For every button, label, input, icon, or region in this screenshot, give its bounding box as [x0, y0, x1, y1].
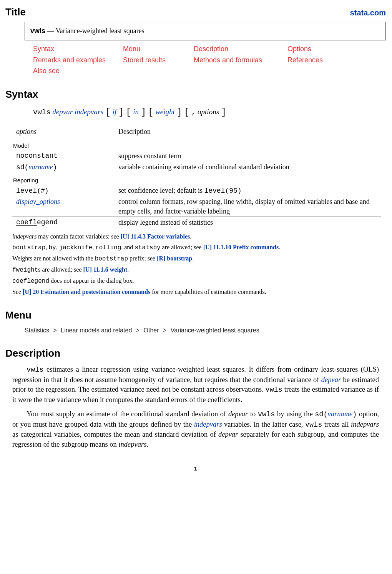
bracket-open-2: [	[126, 107, 131, 117]
note1-text-b: .	[190, 233, 191, 240]
title-box-command: vwls	[30, 27, 45, 35]
syntax-indepvars-link[interactable]: indepvars	[75, 108, 103, 116]
note2-by: by	[48, 244, 56, 251]
syntax-notes: indepvars may contain factor variables; …	[12, 232, 386, 296]
option-row-level: level(#) set confidence level; default i…	[12, 185, 381, 196]
desc-p1-depvar-link[interactable]: depvar	[321, 376, 341, 384]
desc-p2-depvar2: depvar	[218, 430, 238, 438]
note3-bootstrap: bootstrap	[95, 255, 128, 262]
desc-p2-indepvars-link[interactable]: indepvars	[194, 420, 222, 428]
syntax-line: vwls depvar indepvars [ if ] [ in ] [ we…	[33, 106, 386, 118]
desc-p2-indepvars3: indepvars	[118, 441, 146, 448]
options-col-option: options	[12, 125, 115, 138]
toc-link-description[interactable]: Description	[194, 44, 286, 53]
bracket-close-2: ]	[141, 107, 146, 117]
option-coeflegend-rest: egend	[37, 219, 58, 226]
option-noconstant-desc: suppress constant term	[115, 150, 381, 161]
note1-indepvars: indepvars	[12, 233, 37, 240]
option-noconstant-underlined: nocon	[16, 152, 37, 160]
note4-fweight: fweight	[12, 267, 38, 274]
option-coeflegend-underlined: coefl	[16, 219, 37, 226]
toc-link-remarks[interactable]: Remarks and examples	[33, 55, 121, 65]
syntax-depvar-link[interactable]: depvar	[52, 108, 73, 116]
note4-b: s are allowed; see	[38, 266, 83, 273]
note3-link[interactable]: [R] bootstrap	[157, 255, 192, 262]
toc-link-methods[interactable]: Methods and formulas	[194, 55, 286, 65]
page-number: 1	[5, 465, 386, 472]
option-level-close: )	[45, 187, 49, 195]
desc-p1-b: estimates a linear regression using vari…	[43, 365, 363, 373]
toc-link-also-see[interactable]: Also see	[33, 66, 121, 75]
menu-path: Statistics > Linear models and related >…	[25, 326, 386, 335]
description-paragraph-1: vwls estimates a linear regression using…	[12, 365, 379, 405]
options-col-description: Description	[115, 125, 381, 138]
section-description-heading: Description	[5, 347, 386, 360]
option-sd-post: )	[53, 164, 57, 171]
note4-link[interactable]: [U] 11.1.6 weight	[83, 266, 128, 273]
options-group-reporting: Reporting	[12, 173, 381, 185]
desc-p2-depvar: depvar	[228, 410, 248, 418]
note3-c: prefix; see	[128, 255, 157, 262]
note3-a: Weights are not allowed with the	[12, 255, 95, 262]
toc-link-options[interactable]: Options	[287, 44, 357, 53]
bracket-close-3: ]	[177, 107, 182, 117]
note2-link[interactable]: [U] 11.1.10 Prefix commands	[203, 244, 279, 250]
note4-c: .	[127, 266, 129, 273]
syntax-options: options	[198, 108, 219, 116]
option-display-options-link[interactable]: display_options	[16, 198, 60, 205]
option-level-rest: evel(	[20, 187, 41, 195]
option-level-arg: #	[41, 187, 45, 194]
desc-p2-d: by using the	[275, 410, 315, 418]
option-row-coeflegend: coeflegend display legend instead of sta…	[12, 217, 381, 228]
note5-b: does not appear in the dialog box.	[49, 277, 134, 284]
option-level-underlined: l	[16, 187, 20, 195]
note6-link[interactable]: [U] 20 Estimation and postestimation com…	[23, 289, 150, 295]
syntax-cmd: vwls	[33, 108, 51, 117]
toc-link-menu[interactable]: Menu	[123, 44, 192, 53]
menu-path-d: Variance-weighted least squares	[171, 327, 259, 334]
option-sd-desc: variable containing estimate of conditio…	[115, 162, 381, 173]
option-noconstant-rest: stant	[37, 152, 58, 160]
toc-link-stored[interactable]: Stored results	[123, 55, 192, 65]
options-table: options Description Model noconstant sup…	[12, 125, 381, 229]
note1-text-a: may contain factor variables; see	[37, 233, 121, 240]
syntax-comma: ,	[191, 108, 196, 117]
option-display-options-desc: control column formats, row spacing, lin…	[115, 196, 381, 217]
bracket-open-4: [	[184, 107, 189, 117]
title-box: vwls — Variance-weighted least squares	[25, 22, 386, 40]
bracket-close: ]	[118, 107, 124, 117]
title-box-desc: Variance-weighted least squares	[56, 27, 145, 35]
desc-p2-vwls: vwls	[258, 410, 275, 419]
desc-p2-vwls2: vwls	[305, 421, 322, 429]
option-sd-varname-link[interactable]: varname	[28, 163, 53, 171]
note6-b: for more capabilities of estimation comm…	[150, 289, 266, 295]
desc-p2-sd-close: )	[352, 410, 357, 419]
bracket-open-3: [	[148, 107, 153, 117]
desc-p2-b: to	[248, 410, 258, 418]
desc-p1-vwls2: vwls	[266, 386, 282, 394]
brand-link[interactable]: stata.com	[350, 8, 386, 18]
toc-link-syntax[interactable]: Syntax	[33, 44, 121, 53]
syntax-weight-link[interactable]: weight	[155, 108, 175, 116]
desc-p1-vwls: vwls	[27, 366, 43, 374]
desc-p2-j: treats all	[322, 420, 351, 428]
bracket-open: [	[105, 107, 111, 117]
toc-link-references[interactable]: References	[287, 55, 357, 65]
note2-statsby: statsby	[135, 244, 160, 251]
option-coeflegend-desc: display legend instead of statistics	[115, 217, 381, 228]
note3-d: .	[192, 255, 194, 262]
section-syntax-heading: Syntax	[5, 88, 386, 101]
note1-link[interactable]: [U] 11.4.3 Factor variables	[121, 233, 190, 240]
desc-p2-p: .	[146, 441, 148, 448]
menu-path-sep-1: >	[51, 327, 59, 334]
syntax-in-link[interactable]: in	[133, 108, 139, 116]
desc-p2-a: You must supply an estimate of the condi…	[27, 410, 228, 418]
menu-path-a: Statistics	[25, 327, 49, 334]
menu-path-sep-2: >	[134, 327, 142, 334]
syntax-if-link[interactable]: if	[113, 108, 117, 116]
desc-p2-varname-link[interactable]: varname	[328, 410, 353, 418]
desc-p1-ols: OLS	[363, 365, 377, 373]
options-group-model: Model	[12, 138, 381, 150]
menu-path-c: Other	[144, 327, 159, 334]
menu-path-b: Linear models and related	[61, 327, 132, 334]
